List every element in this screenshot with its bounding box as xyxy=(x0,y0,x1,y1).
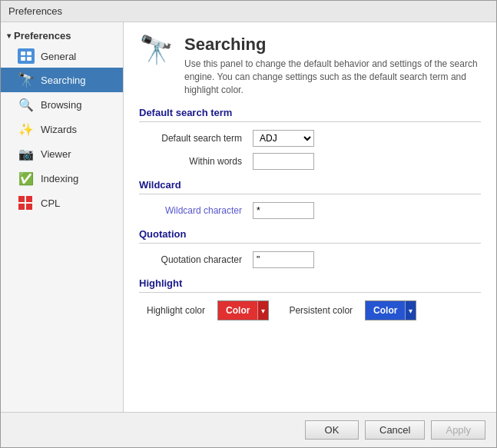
ok-button[interactable]: OK xyxy=(305,420,359,440)
sidebar: ▾ Preferences General 🔭 xyxy=(1,22,124,412)
main-panel: 🔭 Searching Use this panel to change the… xyxy=(124,22,496,412)
sidebar-section-header: ▾ Preferences xyxy=(1,27,123,45)
window-title: Preferences xyxy=(8,5,62,17)
sidebar-general-label: General xyxy=(41,51,76,62)
within-words-row: Within words xyxy=(139,153,481,170)
preferences-window: Preferences ▾ Preferences General xyxy=(0,0,497,448)
section-label-quotation: Quotation xyxy=(139,228,481,240)
section-label-wildcard: Wildcard xyxy=(139,179,481,191)
svg-rect-0 xyxy=(21,51,25,55)
quotation-character-label: Quotation character xyxy=(139,254,247,265)
cancel-button[interactable]: Cancel xyxy=(365,420,425,440)
panel-title: Searching xyxy=(184,35,481,55)
svg-rect-1 xyxy=(27,51,31,55)
sidebar-item-browsing[interactable]: 🔍 Browsing xyxy=(1,92,123,117)
panel-description: Use this panel to change the default beh… xyxy=(184,58,481,96)
svg-rect-2 xyxy=(21,57,25,61)
sidebar-searching-label: Searching xyxy=(41,75,86,86)
svg-rect-7 xyxy=(26,204,32,210)
default-search-term-label: Default search term xyxy=(139,133,247,144)
sidebar-indexing-label: Indexing xyxy=(41,173,78,184)
indexing-icon: ✅ xyxy=(18,170,35,187)
sidebar-item-cpl[interactable]: CPL xyxy=(1,191,123,215)
svg-rect-5 xyxy=(26,196,32,202)
section-quotation: Quotation xyxy=(139,228,481,244)
sidebar-browsing-label: Browsing xyxy=(41,99,81,111)
section-highlight: Highlight xyxy=(139,277,481,293)
wildcard-character-label: Wildcard character xyxy=(139,205,247,216)
sidebar-viewer-label: Viewer xyxy=(41,148,71,160)
collapse-arrow-icon: ▾ xyxy=(7,32,11,40)
wildcard-character-input[interactable] xyxy=(253,202,314,219)
main-content: ▾ Preferences General 🔭 xyxy=(1,22,496,412)
apply-button[interactable]: Apply xyxy=(431,420,485,440)
footer: OK Cancel Apply xyxy=(1,412,496,447)
default-search-term-row: Default search term ADJ AND OR NEAR xyxy=(139,130,481,147)
sidebar-cpl-label: CPL xyxy=(41,197,60,209)
sidebar-wizards-label: Wizards xyxy=(41,124,77,135)
wildcard-character-row: Wildcard character xyxy=(139,202,481,219)
general-icon xyxy=(18,48,35,64)
quotation-character-input[interactable] xyxy=(253,251,314,268)
sidebar-item-general[interactable]: General xyxy=(1,45,123,68)
panel-header: 🔭 Searching Use this panel to change the… xyxy=(139,35,481,96)
highlight-color-label: Highlight color xyxy=(147,305,205,316)
section-default-search-term: Default search term xyxy=(139,107,481,122)
sidebar-item-searching[interactable]: 🔭 Searching xyxy=(1,68,123,92)
highlight-color-btn-group: Color ▾ xyxy=(217,300,269,320)
persistent-color-dropdown[interactable]: ▾ xyxy=(405,301,416,320)
searching-icon: 🔭 xyxy=(18,71,35,88)
svg-rect-3 xyxy=(27,57,31,61)
wizards-icon: ✨ xyxy=(18,121,35,138)
sidebar-section-label: Preferences xyxy=(14,30,71,41)
highlight-color-dropdown[interactable]: ▾ xyxy=(257,301,268,320)
highlight-row: Highlight color Color ▾ Persistent color… xyxy=(147,300,481,320)
persistent-color-label: Persistent color xyxy=(289,305,353,316)
persistent-color-button[interactable]: Color xyxy=(366,301,405,320)
highlight-color-button[interactable]: Color xyxy=(218,301,257,320)
title-bar: Preferences xyxy=(1,1,496,22)
within-words-label: Within words xyxy=(139,156,247,167)
section-label-highlight: Highlight xyxy=(139,277,481,289)
panel-header-text: Searching Use this panel to change the d… xyxy=(184,35,481,96)
svg-rect-4 xyxy=(18,196,25,202)
section-wildcard: Wildcard xyxy=(139,179,481,194)
persistent-color-btn-group: Color ▾ xyxy=(365,300,416,320)
sidebar-item-wizards[interactable]: ✨ Wizards xyxy=(1,117,123,141)
sidebar-item-viewer[interactable]: 📷 Viewer xyxy=(1,141,123,166)
viewer-icon: 📷 xyxy=(18,145,35,162)
section-label-default-search-term: Default search term xyxy=(139,107,481,118)
cpl-icon xyxy=(18,194,35,211)
sidebar-item-indexing[interactable]: ✅ Indexing xyxy=(1,166,123,191)
default-search-term-select[interactable]: ADJ AND OR NEAR xyxy=(253,130,314,147)
quotation-character-row: Quotation character xyxy=(139,251,481,268)
browsing-icon: 🔍 xyxy=(18,96,35,113)
panel-header-icon: 🔭 xyxy=(139,36,174,64)
svg-rect-6 xyxy=(18,204,25,210)
within-words-input[interactable] xyxy=(253,153,314,170)
